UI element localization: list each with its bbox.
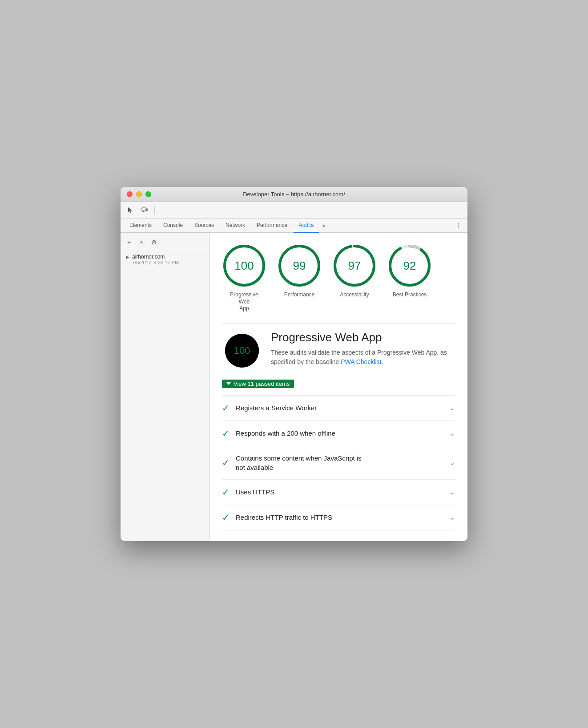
audit-label-1: Responds with a 200 when offline [236, 429, 445, 438]
divider [222, 323, 455, 324]
close-audit-button[interactable]: × [137, 237, 146, 247]
sidebar-arrow-icon: ▶ [126, 255, 129, 259]
main-layout: + × ⊘ ▶ airhorner.com 7/6/2017, 4:33:17 … [121, 233, 467, 541]
audit-check-icon-1: ✓ [222, 428, 230, 439]
block-audit-button[interactable]: ⊘ [149, 237, 159, 247]
audit-check-icon-4: ✓ [222, 512, 230, 523]
score-label-1: Performance [284, 291, 315, 299]
pwa-score-number: 100 [234, 345, 250, 356]
score-item-3: 92 Best Practices [387, 243, 432, 312]
score-item-0: 100 Progressive WebApp [222, 243, 266, 312]
tab-console[interactable]: Console [158, 218, 188, 233]
audit-items-list: ✓ Registers a Service Worker ⌄ ✓ Respond… [222, 395, 455, 530]
toolbar-divider [154, 206, 155, 214]
score-item-1: 99 Performance [277, 243, 322, 312]
pwa-score-circle: 100 [222, 331, 262, 371]
score-circle-2: 97 [332, 243, 377, 288]
pwa-description: These audits validate the aspects of a P… [271, 348, 455, 367]
audit-item-1[interactable]: ✓ Responds with a 200 when offline ⌄ [222, 421, 455, 446]
audit-label-0: Registers a Service Worker [236, 403, 445, 413]
audit-label-2: Contains some content when JavaScript is… [236, 453, 445, 472]
content-area: 100 Progressive WebApp 99 Performance 97… [209, 233, 467, 541]
score-circle-3: 92 [387, 243, 432, 288]
menu-icon[interactable]: ⋮ [453, 219, 464, 232]
pwa-info: Progressive Web App These audits validat… [271, 331, 455, 367]
audit-check-icon-3: ✓ [222, 487, 230, 497]
score-number-1: 99 [293, 259, 306, 273]
toolbar [121, 202, 467, 218]
view-passed-label: View 11 passed items [234, 380, 290, 387]
audit-chevron-icon-2: ⌄ [449, 458, 455, 467]
audit-item-3[interactable]: ✓ Uses HTTPS ⌄ [222, 480, 455, 505]
pwa-checklist-link[interactable]: PWA Checklist [341, 358, 381, 365]
audit-chevron-icon-1: ⌄ [449, 429, 455, 437]
audit-label-3: Uses HTTPS [236, 487, 445, 497]
window-title: Developer Tools – https://airhorner.com/ [243, 191, 345, 198]
score-label-0: Progressive WebApp [224, 291, 264, 312]
devtools-window: Developer Tools – https://airhorner.com/… [121, 187, 467, 541]
sidebar-item-subtitle: 7/6/2017, 4:33:17 PM [132, 260, 179, 265]
audit-chevron-icon-3: ⌄ [449, 488, 455, 496]
triangle-icon [226, 382, 231, 385]
view-passed-badge: View 11 passed items [222, 380, 294, 388]
audit-item-4[interactable]: ✓ Redirects HTTP traffic to HTTPS ⌄ [222, 505, 455, 530]
tab-sources[interactable]: Sources [189, 218, 219, 233]
sidebar-item-title: airhorner.com [132, 254, 179, 260]
score-circle-0: 100 [222, 243, 266, 288]
traffic-lights [127, 191, 151, 197]
audit-item-2[interactable]: ✓ Contains some content when JavaScript … [222, 446, 455, 480]
minimize-button[interactable] [136, 191, 142, 197]
sidebar: + × ⊘ ▶ airhorner.com 7/6/2017, 4:33:17 … [121, 233, 209, 541]
maximize-button[interactable] [145, 191, 151, 197]
pwa-title: Progressive Web App [271, 331, 455, 344]
tab-elements[interactable]: Elements [124, 218, 157, 233]
score-number-2: 97 [348, 259, 361, 273]
sidebar-item-content: airhorner.com 7/6/2017, 4:33:17 PM [132, 254, 179, 265]
pwa-section: 100 Progressive Web App These audits val… [222, 331, 455, 371]
score-item-2: 97 Accessibility [332, 243, 377, 312]
svg-rect-1 [146, 209, 148, 211]
score-number-0: 100 [234, 259, 254, 273]
close-button[interactable] [127, 191, 133, 197]
audit-check-icon-0: ✓ [222, 403, 230, 413]
audit-chevron-icon-0: ⌄ [449, 404, 455, 412]
audit-check-icon-2: ✓ [222, 457, 230, 468]
audit-item-0[interactable]: ✓ Registers a Service Worker ⌄ [222, 396, 455, 421]
view-passed-button[interactable]: View 11 passed items [222, 380, 455, 388]
device-icon[interactable] [138, 204, 151, 216]
more-tabs-icon[interactable]: » [320, 219, 328, 232]
sidebar-controls: + × ⊘ [121, 235, 209, 249]
nav-tabs: Elements Console Sources Network Perform… [121, 218, 467, 233]
audit-label-4: Redirects HTTP traffic to HTTPS [236, 513, 445, 522]
titlebar: Developer Tools – https://airhorner.com/ [121, 187, 467, 202]
tab-network[interactable]: Network [220, 218, 250, 233]
tab-performance[interactable]: Performance [251, 218, 293, 233]
sidebar-item-airhorner[interactable]: ▶ airhorner.com 7/6/2017, 4:33:17 PM [121, 251, 209, 268]
add-audit-button[interactable]: + [124, 237, 134, 247]
score-label-3: Best Practices [393, 291, 427, 299]
score-number-3: 92 [403, 259, 416, 273]
scores-row: 100 Progressive WebApp 99 Performance 97… [222, 243, 455, 312]
score-label-2: Accessibility [340, 291, 369, 299]
tab-audits[interactable]: Audits [294, 218, 319, 233]
cursor-icon[interactable] [124, 204, 137, 216]
audit-chevron-icon-4: ⌄ [449, 513, 455, 522]
score-circle-1: 99 [277, 243, 322, 288]
svg-rect-0 [142, 208, 146, 211]
